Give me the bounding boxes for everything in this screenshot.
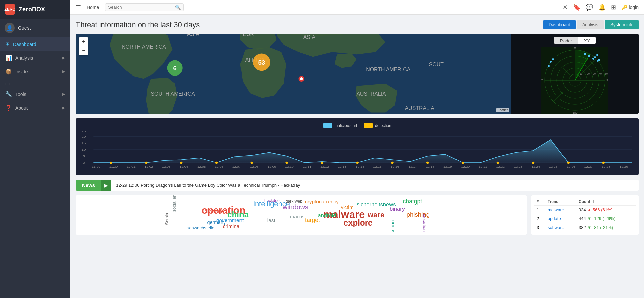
svg-text:government: government [216, 217, 244, 223]
svg-text:12.17: 12.17 [408, 165, 417, 168]
col-count: Count ℹ [576, 198, 636, 206]
radar-container: Radar XY [511, 34, 639, 114]
search-container: 🔍 [105, 3, 184, 11]
tab-xy[interactable]: XY [578, 37, 596, 44]
content-area: Threat information on the last 30 days D… [70, 15, 644, 298]
zoom-out-button[interactable]: − [79, 46, 88, 55]
time-series-chart: 0 5 10 15 20 25 [80, 131, 634, 171]
svg-point-67 [391, 162, 394, 164]
sidebar-item-tools[interactable]: 🔧 Tools ▶ [0, 87, 70, 101]
sidebar-item-about[interactable]: ❓ About ▶ [0, 101, 70, 115]
svg-text:12.07: 12.07 [232, 165, 241, 168]
svg-text:12.11: 12.11 [303, 165, 312, 168]
svg-text:12.05: 12.05 [197, 165, 206, 168]
svg-text:dark web: dark web [286, 199, 302, 204]
svg-point-72 [567, 162, 570, 164]
svg-point-44 [550, 61, 552, 63]
cell-term[interactable]: update [545, 214, 576, 223]
page-title: Threat information on the last 30 days [76, 20, 200, 29]
cell-term[interactable]: malware [545, 206, 576, 214]
svg-text:270: 270 [541, 79, 543, 82]
svg-text:6: 6 [173, 65, 176, 72]
svg-text:10: 10 [82, 148, 86, 151]
svg-text:last: last [267, 217, 276, 223]
svg-text:NORTH AMERICA: NORTH AMERICA [366, 67, 410, 72]
svg-text:12.28: 12.28 [602, 165, 610, 168]
bell-icon[interactable]: 🔔 [598, 4, 606, 11]
tab-analysis[interactable]: Analysis [577, 20, 604, 29]
bookmark-icon[interactable]: 🔖 [573, 4, 580, 11]
svg-point-73 [602, 162, 605, 164]
svg-text:firmware: firmware [205, 209, 224, 214]
login-button[interactable]: 🔑 login [622, 5, 639, 10]
svg-point-40 [594, 56, 596, 58]
col-trend: Trend [545, 198, 576, 206]
svg-point-62 [215, 162, 218, 164]
svg-text:12.27: 12.27 [584, 165, 593, 168]
svg-text:12.09: 12.09 [268, 165, 276, 168]
svg-text:windows: windows [282, 203, 308, 211]
chart-area: 0 5 10 15 20 25 [80, 131, 634, 171]
svg-text:12.18: 12.18 [426, 165, 435, 168]
main-content: ☰ Home 🔍 ✕ 🔖 💬 🔔 ⊞ 🔑 login Threat inform… [70, 0, 644, 298]
tab-system-info[interactable]: System info [605, 20, 639, 29]
svg-point-68 [426, 162, 429, 164]
svg-text:12.10: 12.10 [285, 165, 294, 168]
map-zoom-controls: + − [79, 37, 88, 55]
svg-point-69 [462, 162, 464, 164]
close-icon[interactable]: ✕ [562, 4, 568, 11]
legend-detection: detection [364, 123, 391, 128]
radar-display: 0 90 180 270 10 20 30 40 50 [541, 47, 608, 114]
svg-text:0: 0 [83, 161, 85, 164]
news-text[interactable]: 12-29 12:00 Porting Dragon's Lair to the… [111, 180, 305, 190]
tab-radar[interactable]: Radar [554, 37, 578, 44]
cell-rank: 3 [534, 223, 545, 232]
map-container[interactable]: NORTH AMERICA SOUTH AMERICA AFRICA ASIA … [76, 34, 511, 114]
svg-point-37 [584, 53, 586, 55]
svg-text:12.21: 12.21 [479, 165, 487, 168]
chevron-right-icon: ▶ [62, 69, 65, 74]
svg-text:12.22: 12.22 [496, 165, 505, 168]
zoom-in-button[interactable]: + [79, 37, 88, 46]
search-icon[interactable]: 🔍 [175, 5, 181, 10]
view-tabs: Dashboard Analysis System info [543, 20, 639, 29]
svg-point-41 [596, 54, 598, 56]
svg-point-16 [300, 77, 303, 80]
svg-text:NORTH AMERICA: NORTH AMERICA [122, 44, 166, 50]
svg-text:cryptocurrency: cryptocurrency [305, 199, 339, 204]
tab-dashboard[interactable]: Dashboard [543, 20, 576, 29]
chevron-right-icon: ▶ [62, 92, 65, 96]
sidebar-item-label: Dashboard [13, 42, 36, 47]
svg-text:SOUT: SOUT [429, 62, 444, 67]
svg-text:explore: explore [344, 218, 373, 227]
svg-text:12.29: 12.29 [620, 165, 628, 168]
svg-point-61 [180, 162, 183, 164]
topbar: ☰ Home 🔍 ✕ 🔖 💬 🔔 ⊞ 🔑 login [70, 0, 644, 15]
col-rank: # [534, 198, 545, 206]
cell-count: 444 ▼ -129 (-29%) [576, 214, 636, 223]
topbar-right: ✕ 🔖 💬 🔔 ⊞ 🔑 login [562, 4, 639, 11]
sidebar-item-dashboard[interactable]: ⊞ Dashboard [0, 37, 70, 51]
sidebar-item-inside[interactable]: 📦 Inside ▶ [0, 65, 70, 79]
home-link[interactable]: Home [87, 5, 99, 10]
user-section: 👤 Guest [0, 19, 70, 37]
svg-text:EUR: EUR [243, 34, 254, 37]
chevron-right-icon: ▶ [62, 106, 65, 110]
menu-icon[interactable]: ☰ [76, 4, 81, 11]
sidebar: ZERO ZeroBOX 👤 Guest ⊞ Dashboard 📊 Analy… [0, 0, 70, 298]
svg-text:5: 5 [83, 154, 85, 158]
svg-text:11.30: 11.30 [109, 165, 118, 168]
cell-term[interactable]: software [545, 223, 576, 232]
tools-icon: 🔧 [5, 91, 12, 97]
sidebar-item-analysis[interactable]: 📊 Analysis ▶ [0, 51, 70, 65]
svg-text:12.19: 12.19 [443, 165, 452, 168]
svg-text:11.29: 11.29 [92, 165, 100, 168]
wordcloud: operation intelligence china social engi… [76, 195, 527, 232]
chat-icon[interactable]: 💬 [586, 4, 593, 11]
search-input[interactable] [108, 5, 175, 10]
avatar: 👤 [5, 23, 15, 33]
svg-text:victim: victim [341, 205, 354, 210]
wordcloud-container: operation intelligence china social engi… [76, 195, 527, 235]
grid-icon[interactable]: ⊞ [611, 4, 616, 11]
svg-text:15: 15 [82, 141, 86, 145]
